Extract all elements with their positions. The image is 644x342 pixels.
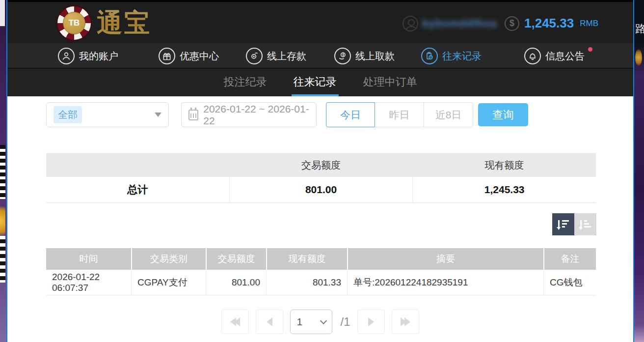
cell-summary: 单号:202601224182935191 (347, 270, 543, 295)
user-icon (58, 48, 75, 64)
cell-balance: 801.33 (266, 270, 347, 295)
nav-label: 优惠中心 (180, 50, 219, 63)
summary-header-transaction: 交易额度 (229, 153, 412, 177)
notification-dot (588, 47, 592, 52)
nav-transaction-records[interactable]: 往来记录 (421, 43, 482, 69)
cell-time: 2026-01-22 06:07:37 (46, 270, 131, 295)
logo-badge: TB (63, 12, 85, 34)
pagination: 1 /1 (7, 310, 633, 334)
nav-promotions[interactable]: 优惠中心 (159, 43, 219, 69)
balance-display[interactable]: $ 1,245.33 RMB (505, 16, 598, 31)
main-window: TB 通宝 bybsmd4fhxa $ 1,245.33 RMB 我的账户 (6, 0, 634, 342)
nav-announcements[interactable]: 信息公告 (524, 43, 585, 69)
tab-pending-orders[interactable]: 处理中订单 (361, 69, 419, 96)
gift-icon (159, 48, 175, 64)
summary-header-empty (46, 153, 229, 177)
nav-online-deposit[interactable]: 线上存款 (246, 43, 306, 69)
col-note: 备注 (543, 248, 596, 270)
deposit-coin-icon (246, 48, 263, 64)
col-time: 时间 (46, 248, 131, 270)
nav-label: 我的账户 (79, 50, 118, 63)
yesterday-button[interactable]: 昨日 (375, 102, 424, 127)
background-art (0, 206, 5, 236)
previous-page-button[interactable] (256, 310, 283, 334)
next-page-button[interactable] (357, 310, 385, 334)
double-right-arrow-icon (404, 317, 410, 326)
page-select-value: 1 (296, 316, 302, 328)
main-nav: 我的账户 优惠中心 线上存款 线上取款 (7, 43, 633, 69)
site-logo[interactable]: TB 通宝 (56, 5, 152, 41)
records-table: 时间 交易类别 交易额度 现有额度 摘要 备注 2026-01-22 06:07… (46, 248, 596, 295)
cell-type: CGPAY支付 (131, 270, 206, 295)
user-account[interactable]: bybsmd4fhxa (402, 16, 497, 31)
nav-label: 线上取款 (355, 50, 395, 63)
right-arrow-icon (368, 317, 374, 326)
sub-tabbar: 投注纪录 往来记录 处理中订单 (7, 69, 633, 96)
tab-transaction-records[interactable]: 往来记录 (292, 69, 339, 96)
screen: 路 TB 通宝 bybsmd4fhxa $ 1,245.33 RMB (0, 0, 644, 342)
site-header: TB 通宝 bybsmd4fhxa $ 1,245.33 RMB (7, 0, 633, 43)
background-art (635, 49, 642, 66)
type-selected-tag: 全部 (54, 106, 82, 123)
background-window-right: 路 (634, 0, 644, 342)
sort-ascending-button[interactable] (574, 213, 596, 235)
double-left-arrow-icon (234, 317, 240, 326)
page-select[interactable]: 1 (290, 310, 332, 334)
calendar-icon (188, 110, 198, 120)
left-arrow-icon (267, 317, 272, 326)
summary-total-label: 总计 (46, 177, 229, 202)
summary-table: 交易额度 现有额度 总计 801.00 1,245.33 (46, 153, 596, 203)
avatar-icon (402, 16, 418, 31)
chevron-down-icon (320, 317, 327, 324)
balance-currency: RMB (580, 19, 598, 28)
withdraw-coin-icon (334, 48, 351, 64)
background-qr-code (0, 145, 5, 199)
dropdown-arrow-icon (155, 113, 161, 117)
username-blurred: bybsmd4fhxa (422, 17, 497, 30)
summary-current-total: 1,245.33 (412, 177, 596, 202)
last8days-button[interactable]: 近8日 (424, 102, 473, 127)
bell-icon (524, 48, 541, 64)
first-page-button[interactable] (221, 310, 249, 334)
type-select[interactable]: 全部 (46, 102, 169, 127)
last-page-button[interactable] (392, 310, 419, 334)
total-pages-label: /1 (340, 315, 350, 329)
balance-amount: 1,245.33 (524, 16, 574, 31)
nav-label: 往来记录 (442, 50, 482, 63)
content-area: 全部 2026-01-22 ~ 2026-01-22 今日 昨日 近8日 查询 … (7, 96, 633, 342)
records-clipboard-icon (421, 48, 438, 64)
date-range-input[interactable]: 2026-01-22 ~ 2026-01-22 (181, 102, 317, 127)
cell-note: CG钱包 (543, 270, 596, 295)
table-row: 2026-01-22 06:07:37 CGPAY支付 801.00 801.3… (46, 270, 596, 295)
col-amount: 交易额度 (206, 248, 266, 270)
nav-label: 线上存款 (267, 50, 306, 63)
background-window-left (0, 0, 6, 342)
date-range-value: 2026-01-22 ~ 2026-01-22 (203, 103, 309, 127)
sort-controls (552, 213, 596, 235)
today-button[interactable]: 今日 (326, 102, 375, 127)
summary-total-row: 总计 801.00 1,245.33 (46, 177, 596, 203)
summary-header-row: 交易额度 现有额度 (46, 153, 596, 177)
nav-label: 信息公告 (545, 50, 585, 63)
quick-range-group: 今日 昨日 近8日 (326, 102, 473, 127)
col-balance: 现有额度 (266, 248, 347, 270)
tab-bet-records[interactable]: 投注纪录 (222, 69, 269, 96)
background-browser-edge (0, 0, 5, 27)
nav-online-withdraw[interactable]: 线上取款 (334, 43, 395, 69)
cell-amount: 801.00 (206, 270, 266, 295)
casino-chip-icon: TB (56, 5, 92, 41)
background-qr-code (0, 236, 5, 283)
nav-my-account[interactable]: 我的账户 (58, 43, 118, 69)
col-summary: 摘要 (347, 248, 543, 270)
records-header-row: 时间 交易类别 交易额度 现有额度 摘要 备注 (46, 248, 596, 270)
dollar-icon: $ (505, 16, 519, 31)
summary-header-current: 现有额度 (413, 153, 596, 177)
logo-text: 通宝 (97, 6, 152, 40)
col-type: 交易类别 (131, 248, 206, 270)
query-button[interactable]: 查询 (478, 103, 528, 126)
sort-descending-button[interactable] (552, 213, 574, 235)
background-text: 路 (635, 22, 644, 36)
summary-transaction-total: 801.00 (229, 177, 413, 202)
